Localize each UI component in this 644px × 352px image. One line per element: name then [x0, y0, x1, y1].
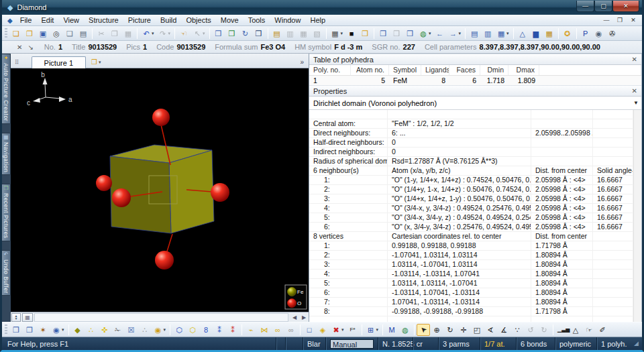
fe-bond-button[interactable]: Fᵉ [346, 324, 360, 336]
rotate-z-mode-button[interactable]: ↻ [443, 324, 457, 336]
render-photo-button[interactable]: ◉ [592, 27, 606, 40]
picture-duplicate-button[interactable]: ❐ [23, 324, 36, 336]
measure-free-button[interactable]: ✐ [596, 324, 609, 336]
frame-scroll-track[interactable] [34, 313, 288, 322]
new-picture-button[interactable]: ❒ [358, 27, 372, 40]
minimize-button[interactable]: — [576, 1, 594, 12]
destroy-adjacency-button[interactable]: ☒ [125, 324, 138, 336]
rotate-free-mode-button[interactable]: ⊕ [430, 324, 443, 336]
maximize-button[interactable]: ▢ [594, 1, 612, 12]
atom-o-bottom[interactable] [155, 251, 174, 270]
frame-spinner[interactable]: ▲▼ [11, 313, 21, 322]
mdi-restore-button[interactable]: ❐ [614, 16, 626, 25]
frame-grid-button[interactable]: ▦ [22, 313, 33, 322]
polyhedra-close-icon[interactable]: ✕ [632, 56, 637, 63]
fill-cell-button[interactable]: ◈ [316, 324, 329, 336]
menu-objects[interactable]: Objects [181, 15, 215, 25]
linked-picture-button[interactable]: ❒ [376, 27, 390, 40]
layout-list-button[interactable]: ▤ [468, 27, 481, 40]
video-tracking-button[interactable]: ✇ [606, 27, 619, 40]
ring-search-button[interactable]: ∞ [271, 324, 284, 336]
menu-picture[interactable]: Picture [123, 15, 156, 25]
blank-picture-button[interactable]: ❒ [252, 27, 266, 40]
new-picture-tab-button[interactable]: ❒ ▾ [91, 58, 101, 68]
sidebar-tab-navigation[interactable]: ▦Navigation [2, 133, 11, 175]
detach-atoms-button[interactable]: ✁ [111, 324, 125, 336]
atom-o-left-front[interactable] [112, 188, 131, 207]
print-button[interactable]: ▤ [76, 27, 90, 40]
pan-tool-button[interactable]: ☜ [177, 27, 191, 40]
web-export-button[interactable]: ◍▾ [417, 27, 433, 40]
find-button[interactable]: ◎ [50, 27, 63, 40]
measure-angle-button[interactable]: △ [569, 324, 582, 336]
picture-settings-button[interactable]: ❒ [9, 324, 23, 336]
tilt-x-mode-button[interactable]: ∢ [484, 324, 497, 336]
table-row[interactable]: 15FeM861.7181.809 [309, 76, 641, 85]
atom-o-top[interactable] [152, 109, 170, 126]
print-preview-button[interactable]: ❏ [63, 27, 76, 40]
menu-structure[interactable]: Structure [84, 15, 123, 25]
tab-picture-1[interactable]: Picture 1 [32, 56, 86, 68]
properties-selector[interactable]: Dirichlet domain (Voronoi polyhedron) ▼ [309, 97, 641, 110]
properties-scrollbar[interactable] [633, 110, 641, 322]
picture-bitmap-button[interactable]: ■ [345, 27, 358, 40]
undo-button[interactable]: ↶▾ [140, 27, 156, 40]
ring-search-gray-button[interactable]: ∞ [284, 324, 298, 336]
diagram-chart-button[interactable]: ▆ [529, 27, 543, 40]
properties-close-icon[interactable]: ✕ [632, 87, 637, 95]
sidebar-tab-auto-picture-creator[interactable]: ✦Auto Picture Creator [2, 54, 11, 124]
menu-tools[interactable]: Tools [244, 15, 270, 25]
nav-back-button[interactable]: ← [433, 27, 447, 40]
atom-group-button[interactable]: ∴ [85, 324, 98, 336]
build-tools-button[interactable]: ✶ [36, 324, 50, 336]
layout-details-button[interactable]: ▥ [481, 27, 494, 40]
save-file-button[interactable]: ▣ [36, 27, 50, 40]
menu-view[interactable]: View [58, 15, 84, 25]
destroy-all-button[interactable]: ✖▾ [329, 324, 346, 336]
molecule-mode-button[interactable]: M [385, 324, 398, 336]
new-structure-picture-button[interactable]: ❒ [212, 27, 225, 40]
menu-file[interactable]: File [15, 15, 37, 25]
powder-pattern-button[interactable]: P [579, 27, 592, 40]
unit-cell-button[interactable]: □ [303, 324, 316, 336]
polygon-yellow-button[interactable]: ⬡ [186, 324, 199, 336]
mdi-minimize-button[interactable]: — [600, 16, 612, 25]
menu-window[interactable]: Window [270, 15, 305, 25]
scroll-right-arrow[interactable]: ▶ [299, 314, 309, 320]
refresh-picture-button[interactable]: ↻ [239, 27, 252, 40]
add-atom-button[interactable]: ✜ [98, 324, 111, 336]
resize-grip[interactable]: ◢ [634, 337, 642, 350]
diagram-sheet-button[interactable]: ▦ [543, 27, 556, 40]
tilt-y-mode-button[interactable]: ∡ [497, 324, 511, 336]
scroll-left-arrow[interactable]: ◀ [290, 314, 299, 320]
diagram-triangle-button[interactable]: △ [516, 27, 529, 40]
walk-mode-button[interactable]: ∵ [511, 324, 524, 336]
picture-wizard-button[interactable]: ✪ [561, 27, 574, 40]
measure-histogram-button[interactable]: ▁▃▅ [555, 324, 569, 336]
picture-properties-button[interactable]: ❒ [403, 27, 417, 40]
translate-mode-button[interactable]: ✛ [457, 324, 470, 336]
bond-network-button[interactable]: ⋈ [258, 324, 271, 336]
globe-picture-button[interactable]: ◍ [398, 324, 412, 336]
mdi-close-button[interactable]: ✕ [627, 16, 639, 25]
atom-group-gray-button[interactable]: ∴ [138, 324, 152, 336]
menu-edit[interactable]: Edit [36, 15, 58, 25]
new-file-button[interactable]: ❏ [9, 27, 23, 40]
broken-contacts-button[interactable]: ⁑ [213, 324, 226, 336]
polygon-blue-button[interactable]: ⬡ [172, 324, 186, 336]
menu-move[interactable]: Move [216, 15, 244, 25]
nav-forward-button[interactable]: →▾ [447, 27, 464, 40]
combo-dropdown-icon[interactable]: ▼ [633, 100, 639, 106]
layout-table-button[interactable]: ▦▾ [494, 27, 511, 40]
sphere-pair-button[interactable]: 8 [199, 324, 213, 336]
zoom-mode-button[interactable]: ◰ [470, 324, 484, 336]
create-bond-button[interactable]: ⌁ [244, 324, 258, 336]
toolbar-grip[interactable] [5, 28, 7, 39]
sidebar-tab-undo-buffer[interactable]: ↶Undo Buffer [2, 250, 11, 296]
view-mode-button[interactable]: ◉▾ [50, 324, 66, 336]
atom-o-right[interactable] [211, 183, 229, 202]
packing-button[interactable]: ⊞▾ [364, 324, 381, 336]
sidebar-tab-recent-pictures[interactable]: ❒Recent Pictures [2, 184, 11, 241]
add-polyhedron-button[interactable]: ◆ [71, 324, 85, 336]
open-file-button[interactable]: ❐ [23, 27, 36, 40]
